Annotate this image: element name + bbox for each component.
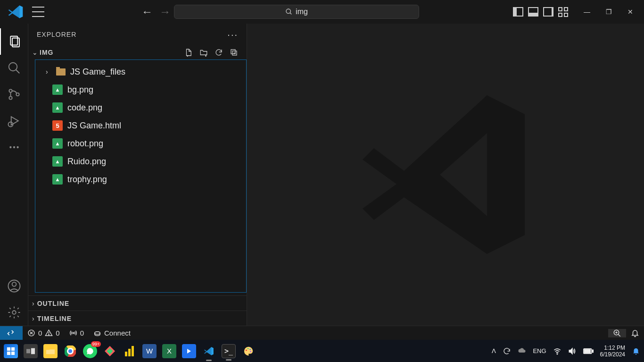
svg-marker-9 bbox=[11, 117, 18, 125]
start-button[interactable] bbox=[4, 344, 18, 358]
command-center-search[interactable]: img bbox=[174, 5, 419, 19]
svg-point-31 bbox=[73, 332, 74, 334]
svg-rect-63 bbox=[592, 350, 593, 352]
folder-icon bbox=[56, 68, 66, 76]
tree-folder-row[interactable]: › JS Game_files bbox=[35, 63, 246, 81]
svg-point-32 bbox=[95, 332, 100, 335]
tree-file-row[interactable]: ▲ Ruido.png bbox=[35, 152, 246, 170]
battery-tray-icon[interactable] bbox=[583, 348, 594, 354]
new-folder-icon[interactable] bbox=[199, 48, 208, 57]
image-file-icon: ▲ bbox=[52, 102, 63, 113]
wifi-tray-icon[interactable] bbox=[553, 347, 561, 355]
tree-item-label: Ruido.png bbox=[67, 157, 106, 167]
timeline-section-header[interactable]: › TIMELINE bbox=[28, 311, 247, 326]
svg-point-49 bbox=[68, 349, 72, 353]
svg-point-13 bbox=[17, 146, 18, 148]
collapse-all-icon[interactable] bbox=[230, 48, 238, 57]
svg-point-30 bbox=[49, 334, 49, 335]
image-file-icon: ▲ bbox=[52, 84, 63, 95]
tree-item-label: JS Game.html bbox=[67, 121, 121, 131]
window-minimize-button[interactable]: ― bbox=[576, 3, 598, 21]
window-controls: ― ❐ ✕ bbox=[576, 3, 641, 21]
svg-point-16 bbox=[12, 311, 16, 314]
toggle-primary-sidebar-icon[interactable] bbox=[513, 7, 523, 17]
tree-file-row[interactable]: ▲ code.png bbox=[35, 99, 246, 117]
tree-file-row[interactable]: ▲ trophy.png bbox=[35, 170, 246, 188]
sidebar-more-icon[interactable]: ··· bbox=[227, 29, 238, 40]
svg-marker-55 bbox=[187, 349, 191, 354]
notifications-bell-icon[interactable] bbox=[626, 329, 644, 337]
weather-tray-icon[interactable] bbox=[518, 347, 526, 355]
vscode-taskbar-icon[interactable] bbox=[202, 344, 216, 358]
app-taskbar-icon[interactable] bbox=[103, 344, 117, 358]
connect-label: Connect bbox=[104, 329, 131, 337]
terminal-taskbar-icon[interactable]: >_ bbox=[222, 344, 236, 358]
paint-taskbar-icon[interactable] bbox=[241, 344, 256, 358]
tray-language[interactable]: ENG bbox=[533, 347, 546, 354]
svg-line-34 bbox=[618, 334, 620, 337]
remote-indicator[interactable] bbox=[0, 326, 23, 340]
window-close-button[interactable]: ✕ bbox=[619, 3, 641, 21]
file-explorer-taskbar-icon[interactable] bbox=[43, 344, 58, 358]
file-tree: › JS Game_files ▲ bg.png ▲ code.png 5 JS… bbox=[35, 59, 247, 293]
accounts-icon[interactable] bbox=[0, 273, 28, 299]
task-view-icon[interactable] bbox=[24, 344, 38, 358]
refresh-icon[interactable] bbox=[215, 48, 223, 57]
more-views-icon[interactable] bbox=[0, 134, 28, 160]
whatsapp-taskbar-icon[interactable]: 99+ bbox=[83, 344, 97, 358]
source-control-tab-icon[interactable] bbox=[0, 81, 28, 108]
tree-item-label: code.png bbox=[67, 103, 102, 113]
window-maximize-button[interactable]: ❐ bbox=[598, 3, 619, 21]
tree-file-row[interactable]: 5 JS Game.html bbox=[35, 117, 246, 135]
new-file-icon[interactable] bbox=[184, 48, 193, 57]
word-taskbar-icon[interactable]: W bbox=[142, 344, 157, 358]
tray-clock[interactable]: 1:12 PM 6/19/2024 bbox=[600, 345, 625, 358]
volume-tray-icon[interactable] bbox=[568, 347, 577, 355]
image-file-icon: ▲ bbox=[52, 138, 63, 149]
toggle-secondary-sidebar-icon[interactable] bbox=[543, 7, 553, 17]
chrome-taskbar-icon[interactable] bbox=[63, 344, 77, 358]
settings-gear-icon[interactable] bbox=[0, 299, 28, 326]
folder-section-header[interactable]: ⌄ IMG bbox=[28, 45, 247, 59]
navigate-back-icon[interactable]: ← bbox=[140, 5, 154, 19]
outline-section-header[interactable]: › OUTLINE bbox=[28, 295, 247, 311]
chevron-down-icon: ⌄ bbox=[32, 49, 38, 56]
search-icon bbox=[285, 8, 293, 16]
tray-overflow-icon[interactable]: ᐱ bbox=[492, 347, 496, 354]
excel-taskbar-icon[interactable]: X bbox=[162, 344, 176, 358]
svg-line-1 bbox=[290, 13, 291, 14]
tree-file-row[interactable]: ▲ robot.png bbox=[35, 135, 246, 152]
connect-status[interactable]: Connect bbox=[89, 326, 135, 340]
sidebar-title: EXPLORER bbox=[37, 31, 76, 38]
error-count: 0 bbox=[38, 329, 42, 337]
run-debug-tab-icon[interactable] bbox=[0, 108, 28, 134]
status-bar: 0 0 0 Connect bbox=[0, 326, 644, 340]
svg-rect-54 bbox=[132, 346, 134, 356]
store-taskbar-icon[interactable] bbox=[182, 344, 196, 358]
search-tab-icon[interactable] bbox=[0, 55, 28, 81]
ports-status[interactable]: 0 bbox=[65, 326, 89, 340]
toggle-panel-icon[interactable] bbox=[528, 7, 538, 17]
navigate-forward-icon[interactable]: → bbox=[158, 5, 172, 19]
notifications-tray-icon[interactable] bbox=[632, 346, 640, 356]
svg-line-5 bbox=[16, 70, 19, 74]
onedrive-tray-icon[interactable] bbox=[503, 347, 511, 355]
svg-rect-41 bbox=[26, 349, 30, 353]
explorer-tab-icon[interactable] bbox=[0, 28, 28, 55]
outline-label: OUTLINE bbox=[37, 300, 69, 307]
customize-layout-icon[interactable] bbox=[558, 7, 569, 17]
tree-item-label: JS Game_files bbox=[70, 67, 125, 77]
problems-status[interactable]: 0 0 bbox=[23, 326, 65, 340]
powerbi-taskbar-icon[interactable] bbox=[123, 344, 137, 358]
titlebar: ← → img ― ❐ ✕ bbox=[0, 0, 644, 24]
app-menu-icon[interactable] bbox=[32, 7, 44, 17]
svg-point-0 bbox=[286, 9, 290, 13]
tree-item-label: trophy.png bbox=[67, 175, 107, 185]
svg-point-59 bbox=[250, 351, 251, 352]
vscode-watermark-icon bbox=[351, 80, 540, 269]
tree-file-row[interactable]: ▲ bg.png bbox=[35, 81, 246, 99]
zoom-status-icon[interactable] bbox=[608, 329, 626, 337]
tree-item-label: robot.png bbox=[67, 139, 103, 149]
system-tray: ᐱ ENG 1:12 PM 6/19/2024 bbox=[492, 345, 640, 358]
folder-section-label: IMG bbox=[40, 49, 53, 56]
